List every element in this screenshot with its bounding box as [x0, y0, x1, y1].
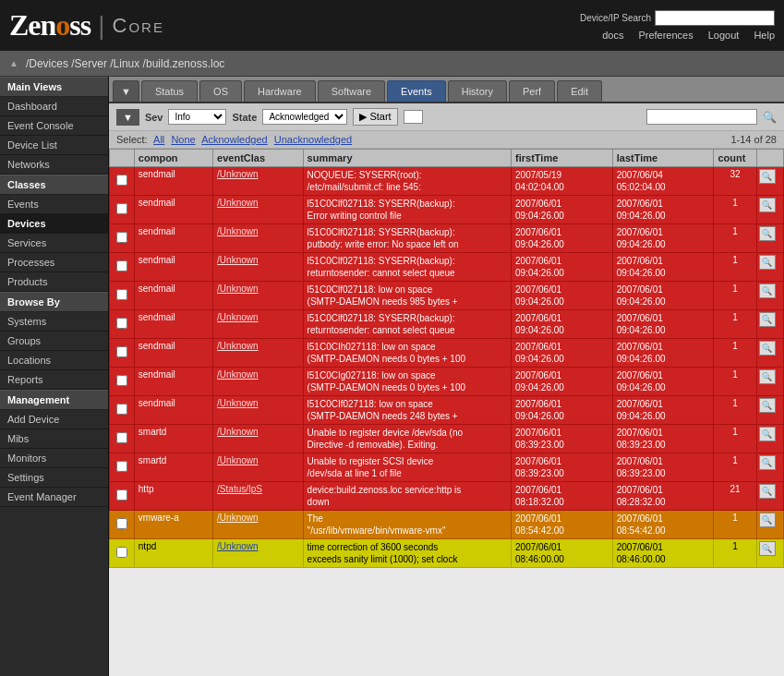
breadcrumb-arrow[interactable]: ▲ — [9, 58, 18, 68]
cell-lasttime: 2007/06/01 08:39:23.00 — [612, 425, 714, 453]
select-acknowledged-link[interactable]: Acknowledged — [201, 134, 268, 145]
row-action-button[interactable]: 🔍 — [759, 455, 776, 470]
sidebar-section-browse-by: Browse By Systems Groups Locations Repor… — [0, 292, 108, 390]
row-checkbox[interactable] — [116, 175, 127, 186]
search-input[interactable] — [655, 10, 775, 26]
sidebar-item-processes[interactable]: Processes — [0, 253, 108, 272]
eventclass-link[interactable]: /Unknown — [217, 513, 258, 523]
tab-status[interactable]: Status — [141, 80, 198, 102]
tab-events[interactable]: Events — [387, 80, 446, 102]
table-row: sendmail/Unknownl51C0CIh027118: low on s… — [110, 339, 784, 368]
select-unacknowledged-link[interactable]: Unacknowledged — [274, 134, 352, 145]
tab-software[interactable]: Software — [318, 80, 385, 102]
row-checkbox[interactable] — [116, 404, 127, 415]
row-action-button[interactable]: 🔍 — [759, 398, 776, 413]
row-checkbox[interactable] — [116, 375, 127, 386]
eventclass-link[interactable]: /Unknown — [217, 369, 258, 380]
sidebar-item-reports[interactable]: Reports — [0, 370, 108, 390]
sidebar-item-dashboard[interactable]: Dashboard — [0, 97, 108, 116]
cell-summary: time correction of 3600 seconds exceeds … — [303, 539, 511, 568]
row-action-button[interactable]: 🔍 — [759, 198, 776, 212]
row-action-button[interactable]: 🔍 — [759, 427, 776, 441]
tab-edit[interactable]: Edit — [557, 80, 602, 102]
row-checkbox[interactable] — [116, 289, 127, 300]
eventclass-link[interactable]: /Unknown — [217, 427, 258, 437]
eventclass-link[interactable]: /Unknown — [217, 398, 258, 408]
sidebar-item-services[interactable]: Services — [0, 234, 108, 253]
sidebar-item-mibs[interactable]: Mibs — [0, 429, 108, 449]
tab-dropdown[interactable]: ▼ — [113, 80, 139, 102]
docs-link[interactable]: docs — [602, 30, 623, 41]
tab-os[interactable]: OS — [199, 80, 242, 102]
cell-firsttime: 2007/06/01 09:04:26.00 — [512, 196, 613, 224]
cell-summary: Unable to register SCSI device /dev/sda … — [303, 453, 511, 482]
start-button[interactable]: ▶ Start — [353, 108, 397, 126]
eventclass-link[interactable]: /Unknown — [217, 341, 258, 351]
eventclass-link[interactable]: /Unknown — [217, 284, 258, 294]
sidebar-item-networks[interactable]: Networks — [0, 155, 108, 175]
row-action-button[interactable]: 🔍 — [759, 255, 776, 270]
row-checkbox[interactable] — [116, 346, 127, 357]
filter-dropdown-button[interactable]: ▼ — [116, 109, 139, 126]
eventclass-link[interactable]: /Status/IpS — [217, 484, 262, 494]
tab-hardware[interactable]: Hardware — [244, 80, 316, 102]
sidebar-item-settings[interactable]: Settings — [0, 468, 108, 488]
row-checkbox[interactable] — [116, 232, 127, 243]
cell-eventclass: /Unknown — [213, 196, 303, 224]
th-lasttime[interactable]: lastTime — [612, 150, 714, 167]
sidebar-item-event-console[interactable]: Event Console — [0, 116, 108, 136]
row-action-button[interactable]: 🔍 — [759, 284, 776, 298]
sidebar-item-device-list[interactable]: Device List — [0, 136, 108, 155]
th-count[interactable]: count — [714, 150, 756, 167]
row-action-button[interactable]: 🔍 — [759, 312, 776, 327]
row-action-button[interactable]: 🔍 — [759, 341, 776, 356]
row-checkbox[interactable] — [116, 260, 127, 272]
tab-history[interactable]: History — [448, 80, 507, 102]
row-checkbox[interactable] — [116, 318, 127, 329]
sidebar-item-groups[interactable]: Groups — [0, 332, 108, 351]
eventclass-link[interactable]: /Unknown — [217, 541, 258, 551]
state-select[interactable]: Acknowledged New Suppressed — [262, 109, 347, 125]
th-summary[interactable]: summary — [303, 150, 511, 167]
eventclass-link[interactable]: /Unknown — [217, 455, 258, 465]
eventclass-link[interactable]: /Unknown — [217, 312, 258, 322]
row-action-button[interactable]: 🔍 — [759, 169, 776, 184]
row-action-button[interactable]: 🔍 — [759, 484, 776, 499]
sev-select[interactable]: Info Critical Error Warning Debug — [168, 109, 226, 125]
logout-link[interactable]: Logout — [708, 30, 740, 41]
row-checkbox[interactable] — [116, 518, 127, 529]
row-action-button[interactable]: 🔍 — [759, 513, 776, 527]
row-action-button[interactable]: 🔍 — [759, 226, 776, 241]
th-firsttime[interactable]: firstTime — [512, 150, 613, 167]
eventclass-link[interactable]: /Unknown — [217, 198, 258, 208]
sidebar-item-add-device[interactable]: Add Device — [0, 410, 108, 429]
tab-perf[interactable]: Perf — [509, 80, 555, 102]
sidebar-item-event-manager[interactable]: Event Manager — [0, 488, 108, 507]
cell-count: 1 — [714, 511, 756, 539]
select-none-link[interactable]: None — [171, 134, 195, 145]
eventclass-link[interactable]: /Unknown — [217, 226, 258, 236]
help-link[interactable]: Help — [754, 30, 775, 41]
sidebar-item-monitors[interactable]: Monitors — [0, 449, 108, 468]
row-checkbox[interactable] — [116, 432, 127, 443]
row-checkbox[interactable] — [116, 489, 127, 501]
eventclass-link[interactable]: /Unknown — [217, 255, 258, 265]
row-checkbox[interactable] — [116, 461, 127, 472]
preferences-link[interactable]: Preferences — [638, 30, 693, 41]
sidebar-item-events[interactable]: Events — [0, 195, 108, 214]
filter-search-input[interactable] — [646, 109, 757, 125]
sidebar-item-locations[interactable]: Locations — [0, 351, 108, 370]
cell-count: 32 — [714, 167, 756, 196]
th-eventclass[interactable]: eventClas — [213, 150, 303, 167]
sidebar-item-devices[interactable]: Devices — [0, 214, 108, 234]
row-checkbox[interactable] — [116, 547, 127, 558]
sidebar-item-products[interactable]: Products — [0, 272, 108, 292]
row-checkbox[interactable] — [116, 203, 127, 214]
sidebar-item-systems[interactable]: Systems — [0, 312, 108, 332]
select-all-link[interactable]: All — [153, 134, 164, 145]
row-action-button[interactable]: 🔍 — [759, 369, 776, 384]
th-component[interactable]: compon — [134, 150, 212, 167]
row-action-button[interactable]: 🔍 — [759, 541, 776, 556]
cell-count: 1 — [714, 339, 756, 368]
eventclass-link[interactable]: /Unknown — [217, 169, 258, 179]
